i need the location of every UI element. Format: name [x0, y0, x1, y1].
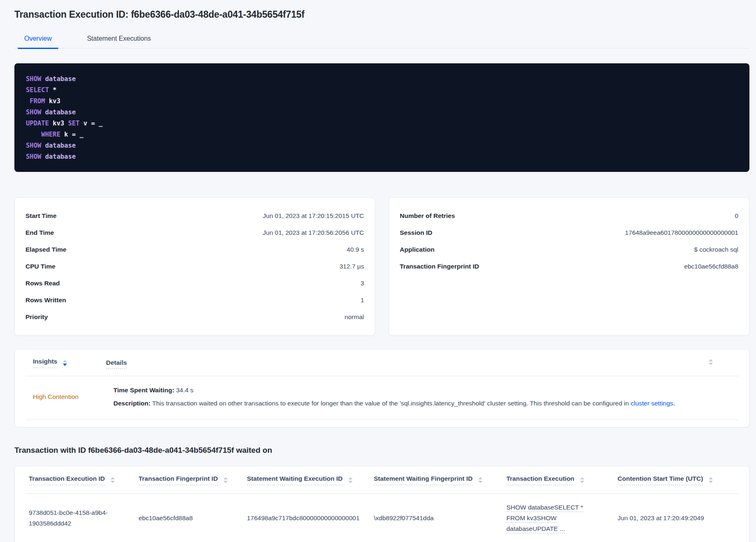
transaction-details-page: Transaction Execution ID: f6be6366-da03-…: [0, 0, 756, 542]
waited-on-table-header: Transaction Execution ID Transaction Fin…: [25, 466, 738, 494]
elapsed-time-label: Elapsed Time: [25, 246, 67, 253]
sql-line: SHOW database: [26, 107, 738, 118]
description-line: Description: This transaction waited on …: [113, 398, 738, 409]
sql-line: SHOW database: [26, 151, 738, 162]
rows-read-label: Rows Read: [25, 280, 60, 287]
waited-on-table-card: Transaction Execution ID Transaction Fin…: [14, 466, 749, 542]
sort-icon[interactable]: [224, 477, 228, 483]
sort-asc-icon: [478, 477, 482, 479]
sort-icon[interactable]: [111, 477, 115, 483]
execution-details-card: Start Time Jun 01, 2023 at 17:20:15:2015…: [14, 197, 375, 336]
sort-desc-icon: [709, 481, 713, 483]
session-details-card: Number of Retries 0 Session ID 17648a9ee…: [389, 197, 749, 336]
cell-transaction-execution-link[interactable]: SHOW databaseSELECT * FROM kv3SHOW datab…: [503, 494, 614, 542]
insights-column-header-cell: Insights: [25, 358, 106, 368]
rows-read-row: Rows Read 3: [25, 275, 364, 292]
sort-desc-icon: [111, 481, 115, 483]
sort-asc-icon: [348, 477, 353, 479]
transaction-fingerprint-link[interactable]: ebc10ae56cfd88a8: [684, 263, 738, 270]
priority-row: Priority normal: [25, 308, 364, 325]
retries-row: Number of Retries 0: [400, 207, 738, 224]
time-spent-waiting-label: Time Spent Waiting:: [113, 387, 174, 394]
header-transaction-execution: Transaction Execution: [503, 466, 614, 493]
end-time-label: End Time: [25, 229, 54, 236]
insight-details-cell: Time Spent Waiting: 34.4 s Description: …: [106, 385, 738, 409]
sort-asc-icon: [580, 477, 584, 479]
sort-icon[interactable]: [478, 477, 482, 483]
waited-on-table-row: 9738d051-bc0e-4158-a9b4-1903586ddd42 ebc…: [25, 494, 738, 542]
cell-transaction-execution-id: 9738d051-bc0e-4158-a9b4-1903586ddd42: [25, 499, 128, 538]
priority-label: Priority: [25, 313, 48, 321]
insight-row: High Contention Time Spent Waiting: 34.4…: [25, 376, 738, 420]
cluster-settings-link[interactable]: cluster settings: [631, 400, 673, 407]
sort-icon[interactable]: [348, 477, 353, 483]
sql-line: WHERE k = _: [26, 129, 738, 140]
high-contention-badge: High Contention: [33, 393, 78, 401]
cell-statement-waiting-execution-id: 176498a9c717bdc80000000000000001: [244, 505, 371, 533]
rows-read-value: 3: [360, 280, 364, 287]
session-id-label: Session ID: [400, 229, 432, 236]
sort-asc-icon: [709, 359, 713, 361]
time-spent-waiting-value: 34.4 s: [174, 387, 194, 394]
page-title: Transaction Execution ID: f6be6366-da03-…: [14, 9, 749, 20]
tab-overview[interactable]: Overview: [18, 31, 58, 49]
sql-line: SELECT *: [26, 85, 738, 96]
description-label: Description:: [113, 400, 150, 407]
tab-bar: Overview Statement Executions: [14, 31, 749, 49]
sql-line: FROM kv3: [26, 96, 738, 107]
cpu-time-row: CPU Time 312.7 µs: [25, 258, 364, 275]
retries-value: 0: [735, 212, 738, 220]
waited-on-heading: Transaction with ID f6be6366-da03-48de-a…: [14, 446, 749, 455]
sort-desc-icon: [224, 481, 228, 483]
application-value: $ cockroach sql: [694, 246, 738, 253]
insights-table-card: Insights Details High Contention Time Sp…: [14, 349, 749, 427]
sort-desc-icon: [580, 481, 584, 483]
sort-desc-icon: [709, 363, 713, 365]
sort-asc-icon: [709, 477, 713, 479]
details-column-header[interactable]: Details: [106, 359, 127, 369]
sort-icon[interactable]: [580, 477, 584, 483]
sort-icon[interactable]: [709, 477, 713, 483]
start-time-row: Start Time Jun 01, 2023 at 17:20:15:2015…: [25, 207, 364, 224]
start-time-label: Start Time: [25, 212, 57, 220]
summary-cards-row: Start Time Jun 01, 2023 at 17:20:15:2015…: [14, 197, 749, 336]
end-time-value: Jun 01, 2023 at 17:20:56:2056 UTC: [263, 229, 364, 236]
insights-table-header: Insights Details: [25, 350, 738, 376]
insights-sort-icon[interactable]: [63, 360, 67, 366]
session-id-value: 17648a9eea6017800000000000000001: [625, 229, 738, 236]
session-id-row: Session ID 17648a9eea6017800000000000000…: [400, 224, 738, 241]
description-text: This transaction waited on other transac…: [150, 400, 631, 407]
rows-written-row: Rows Written 1: [25, 292, 364, 308]
tab-statement-executions[interactable]: Statement Executions: [81, 31, 158, 49]
sql-line: SHOW database: [26, 74, 738, 85]
details-sort-icon[interactable]: [709, 359, 713, 365]
sql-line: UPDATE kv3 SET v = _: [26, 118, 738, 129]
header-transaction-fingerprint-id: Transaction Fingerprint ID: [135, 466, 244, 493]
header-transaction-execution-id: Transaction Execution ID: [25, 466, 135, 493]
cpu-time-value: 312.7 µs: [339, 263, 364, 270]
application-row: Application $ cockroach sql: [400, 241, 738, 258]
header-contention-start-time: Contention Start Time (UTC): [614, 466, 738, 493]
description-suffix: .: [673, 400, 675, 407]
insights-column-header[interactable]: Insights: [33, 358, 57, 368]
sort-asc-icon: [63, 360, 67, 362]
cell-contention-start-time: Jun 01, 2023 at 17:20:49:2049: [614, 505, 738, 533]
sql-line: SHOW database: [26, 140, 738, 151]
end-time-row: End Time Jun 01, 2023 at 17:20:56:2056 U…: [25, 224, 364, 241]
start-time-value: Jun 01, 2023 at 17:20:15:2015 UTC: [263, 212, 364, 220]
sort-desc-icon: [63, 364, 67, 366]
rows-written-label: Rows Written: [25, 296, 66, 304]
sql-statements-box: SHOW databaseSELECT * FROM kv3SHOW datab…: [14, 63, 749, 172]
transaction-fingerprint-label: Transaction Fingerprint ID: [400, 263, 479, 270]
header-statement-waiting-fingerprint-id: Statement Waiting Fingerprint ID: [371, 466, 503, 493]
retries-label: Number of Retries: [400, 212, 455, 220]
sort-desc-icon: [478, 481, 482, 483]
insight-name-cell: High Contention: [25, 385, 106, 409]
priority-value: normal: [345, 313, 364, 321]
cell-transaction-fingerprint-id: ebc10ae56cfd88a8: [135, 505, 244, 533]
transaction-fingerprint-row: Transaction Fingerprint ID ebc10ae56cfd8…: [400, 258, 738, 275]
cpu-time-label: CPU Time: [25, 263, 55, 270]
sort-desc-icon: [348, 481, 353, 483]
sort-asc-icon: [111, 477, 115, 479]
elapsed-time-row: Elapsed Time 40.9 s: [25, 241, 364, 258]
